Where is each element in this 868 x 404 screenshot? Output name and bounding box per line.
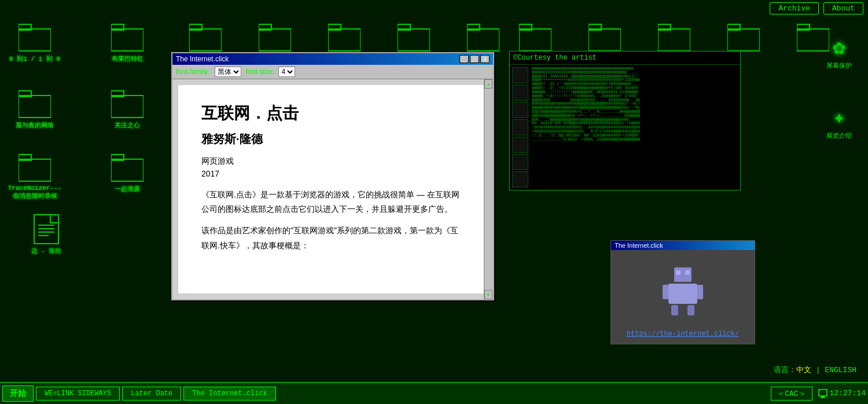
folder-rt2[interactable] [579, 23, 631, 52]
right-top-folders [509, 23, 839, 52]
ascii-panel-content: @@@@@@@@@@@@@@@@@@@@@@@@@@@@@@@@@@@@@@@@… [510, 65, 740, 190]
maximize-button[interactable]: □ [470, 55, 479, 63]
window-inner-content: 互联网．点击 雅努斯·隆德 网页游戏 2017 《互联网.点击》是一款基于浏览器… [178, 85, 487, 293]
document-body2: 该作品是由艺术家创作的"互联网游戏"系列的第二款游戏，第一款为《互联网.快车》，… [201, 223, 464, 252]
language-chinese[interactable]: 中文 [796, 366, 811, 374]
svg-rect-38 [663, 285, 668, 299]
svg-rect-8 [328, 29, 361, 51]
exhibition-label: 展览介绍 [826, 131, 852, 140]
ascii-panel-title: ©Courtesy the artist [510, 52, 740, 65]
folder-label-morning: 晨与夜的网络 [16, 121, 54, 130]
folder-morning-night[interactable]: 晨与夜的网络 [6, 90, 64, 130]
top-folder-row-right [179, 23, 509, 54]
main-window: The Internet.click _ □ ✕ font-family: 黑体… [171, 52, 494, 300]
svg-rect-16 [111, 96, 144, 117]
thumb5 [512, 137, 528, 153]
folder-top3[interactable] [179, 23, 231, 54]
preview-window-title: The Internet.click [611, 241, 755, 250]
folder-label-0to1: 0 到1 / 1 到 0 [9, 54, 60, 63]
thumb6 [512, 154, 528, 170]
thumb7 [512, 171, 528, 188]
folder-label-care: 关注之心 [115, 121, 140, 130]
font-size-select[interactable]: 4 [278, 67, 295, 77]
thumb2 [512, 85, 528, 101]
svg-rect-26 [658, 29, 690, 51]
scroll-up-button[interactable]: ▲ [484, 79, 492, 89]
window-controls: _ □ ✕ [459, 55, 490, 63]
document-body1: 《互联网.点击》是一款基于浏览器的游戏，它的挑战很简单 — 在互联网公司的图标达… [201, 188, 464, 216]
svg-rect-36 [671, 305, 678, 315]
window-content: 互联网．点击 雅努斯·隆德 网页游戏 2017 《互联网.点击》是一款基于浏览器… [172, 79, 493, 299]
svg-rect-39 [697, 285, 703, 299]
screen-saver-label: 屏幕保护 [826, 61, 852, 70]
start-button[interactable]: 开始 [2, 385, 34, 402]
language-english[interactable]: ENGLISH [825, 366, 856, 374]
third-folder-row: TraceNoizer---假消息随时恭候 一起泄露 [6, 153, 156, 200]
folder-care[interactable]: 关注之心 [98, 90, 156, 130]
font-size-label: font-size: [246, 68, 274, 76]
svg-rect-28 [727, 29, 760, 51]
taskbar-item-internet[interactable]: The Internet.click [183, 387, 276, 401]
thumb4 [512, 119, 528, 135]
taskbar-item-laterdate[interactable]: Later Date [122, 387, 181, 401]
doc-icon-label: 边 - 张欣 [31, 247, 62, 255]
desktop: 0 到1 / 1 到 0 布莱巴特红 [0, 0, 868, 381]
document-genre: 网页游戏 [201, 156, 464, 167]
second-folder-row: 晨与夜的网络 关注之心 [6, 90, 156, 130]
folder-leak[interactable]: 一起泄露 [98, 153, 156, 200]
preview-content: https://the-internet.click/ [611, 250, 755, 344]
scroll-down-button[interactable]: ▼ [484, 290, 492, 299]
folder-rt1[interactable] [509, 23, 561, 52]
preview-link[interactable]: https://the-internet.click/ [627, 330, 739, 338]
folder-rt3[interactable] [648, 23, 700, 52]
folder-label-leak: 一起泄露 [115, 185, 140, 193]
minimize-button[interactable]: _ [459, 55, 469, 63]
window-scrollbar[interactable]: ▲ ▼ [484, 79, 493, 299]
about-button[interactable]: About [823, 2, 863, 14]
svg-rect-4 [189, 29, 222, 51]
doc-icon-container[interactable]: 边 - 张欣 [20, 214, 72, 255]
svg-rect-22 [519, 29, 551, 51]
svg-rect-10 [398, 29, 430, 51]
preview-character [660, 262, 706, 319]
svg-rect-20 [111, 159, 144, 181]
exhibition-intro-icon[interactable]: ✦ 展览介绍 [816, 105, 862, 140]
svg-rect-2 [111, 29, 144, 51]
folder-rt4[interactable] [718, 23, 770, 52]
top-folder-row-left: 0 到1 / 1 到 0 布莱巴特红 [6, 23, 156, 63]
font-family-select[interactable]: 黑体 [215, 67, 241, 77]
star-icon: ✦ [833, 105, 845, 130]
folder-bulabate[interactable]: 布莱巴特红 [98, 23, 156, 63]
close-button[interactable]: ✕ [480, 55, 490, 63]
folder-label-bulabate: 布莱巴特红 [112, 54, 144, 63]
folder-top6[interactable] [388, 23, 440, 54]
screen-saver-icon[interactable]: ✿ 屏幕保护 [816, 35, 862, 70]
main-window-title: The Internet.click [176, 55, 229, 63]
document-title: 互联网．点击 [201, 102, 464, 124]
language-selector: 语言：中文 | ENGLISH [774, 365, 856, 375]
clock-display: 12:27:14 [830, 389, 866, 398]
taskbar-item-welink[interactable]: WE=LINK SIDEWAYS [36, 387, 120, 401]
taskbar-right: ＜CAC＞ 12:27:14 [771, 387, 866, 401]
archive-button[interactable]: Archive [770, 2, 819, 14]
language-label: 语言： [774, 366, 796, 374]
svg-rect-6 [259, 29, 291, 51]
font-family-label: font-family: [176, 68, 210, 76]
folder-top5[interactable] [318, 23, 370, 54]
window-toolbar: font-family: 黑体 font-size: 4 [172, 65, 493, 79]
svg-rect-24 [589, 29, 621, 51]
folder-trace[interactable]: TraceNoizer---假消息随时恭候 [6, 153, 64, 200]
ascii-art-display: @@@@@@@@@@@@@@@@@@@@@@@@@@@@@@@@@@@@@@@@… [532, 67, 738, 188]
folder-top4[interactable] [249, 23, 301, 54]
svg-rect-35 [668, 284, 697, 304]
flower-icon: ✿ [833, 35, 845, 60]
folder-top7[interactable] [457, 23, 509, 54]
folder-0to1[interactable]: 0 到1 / 1 到 0 [6, 23, 64, 63]
folder-label-trace: TraceNoizer---假消息随时恭候 [6, 185, 64, 200]
svg-rect-37 [687, 305, 694, 315]
svg-rect-0 [19, 29, 51, 51]
svg-rect-14 [19, 96, 51, 117]
svg-rect-34 [685, 270, 690, 275]
taskbar: 开始 WE=LINK SIDEWAYS Later Date The Inter… [0, 382, 868, 404]
cac-label: ＜CAC＞ [771, 387, 812, 401]
